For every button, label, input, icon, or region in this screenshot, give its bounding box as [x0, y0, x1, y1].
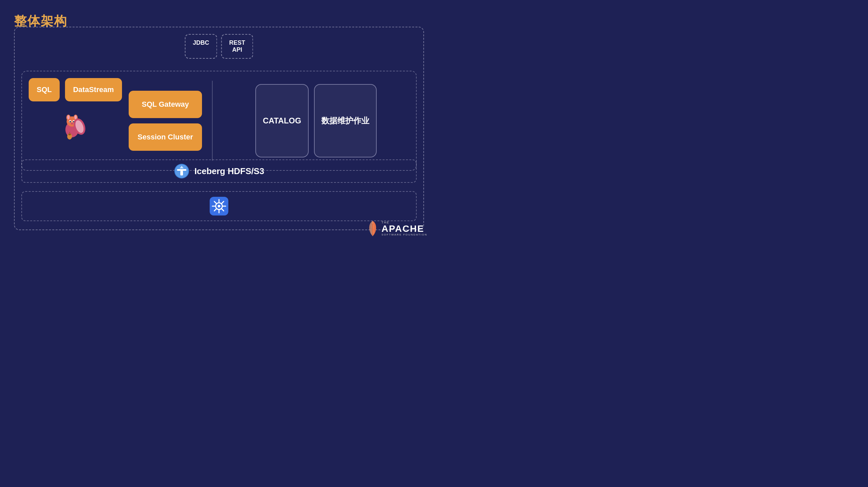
left-section: SQL DataStream — [22, 71, 122, 170]
squirrel-icon — [57, 110, 87, 140]
main-container: JDBC RESTAPI SQL DataStream — [14, 27, 424, 230]
data-maintenance-box: 数据维护作业 — [314, 84, 377, 157]
center-section: SQL Gateway Session Cluster — [122, 71, 209, 170]
jdbc-box: JDBC — [185, 34, 217, 59]
svg-point-8 — [69, 121, 71, 123]
apache-logo: THE APACHE SOFTWARE FOUNDATION — [367, 220, 427, 237]
session-cluster-box: Session Cluster — [129, 123, 202, 151]
sql-box: SQL — [29, 78, 60, 102]
iceberg-layer: Iceberg HDFS/S3 — [21, 160, 417, 183]
rest-api-box: RESTAPI — [221, 34, 253, 59]
svg-rect-14 — [68, 134, 71, 135]
sql-gateway-box: SQL Gateway — [129, 91, 202, 118]
squirrel-area — [29, 110, 115, 140]
iceberg-label: Iceberg HDFS/S3 — [194, 166, 264, 176]
apache-text: THE APACHE SOFTWARE FOUNDATION — [381, 221, 427, 236]
svg-point-5 — [74, 115, 77, 119]
svg-point-10 — [71, 123, 73, 124]
svg-point-23 — [218, 205, 220, 207]
svg-rect-18 — [177, 169, 186, 171]
k8s-layer — [21, 191, 417, 221]
datastream-box: DataStream — [65, 78, 122, 102]
divider — [212, 81, 213, 161]
kubernetes-icon — [209, 196, 229, 216]
apache-feather-icon — [367, 220, 379, 237]
right-section: CATALOG 数据维护作业 — [216, 71, 416, 170]
middle-layer: SQL DataStream — [21, 71, 417, 171]
catalog-box: CATALOG — [255, 84, 309, 157]
iceberg-icon — [174, 163, 190, 179]
svg-rect-19 — [180, 171, 183, 175]
svg-point-4 — [67, 115, 70, 119]
api-section: JDBC RESTAPI — [185, 34, 253, 59]
top-buttons: SQL DataStream — [29, 78, 115, 102]
